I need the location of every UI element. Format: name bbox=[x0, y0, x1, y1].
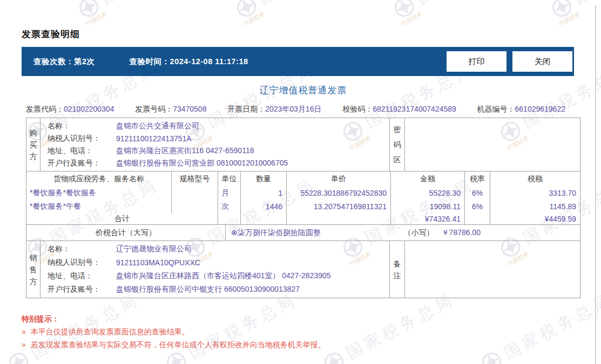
scrollbar[interactable] bbox=[595, 5, 596, 364]
item-row-name: *餐饮服务*餐饮服务 bbox=[26, 186, 172, 200]
items-total-amount: ¥74326.41 bbox=[391, 213, 465, 224]
watermark-text: 国家税务总局 bbox=[255, 0, 371, 10]
check-count-value: 第2次 bbox=[74, 57, 95, 66]
watermark-text: 国家税务总局 bbox=[342, 289, 458, 364]
watermark-text: 国家税务总局 bbox=[570, 0, 601, 10]
items-total-label: 合计 bbox=[26, 213, 218, 224]
buyer-side-label: 购买方 bbox=[29, 127, 37, 162]
item-row-spec bbox=[172, 186, 218, 200]
notice-text: 本平台仅提供所查询发票票面信息的查验结果。 bbox=[31, 327, 190, 337]
watermark-text: 国家税务总局 bbox=[27, 289, 143, 364]
item-row-qty: 1 bbox=[241, 186, 287, 200]
item-row-amount: 55228.30 bbox=[391, 186, 465, 200]
watermark-text: 国家税务总局 bbox=[500, 289, 601, 364]
page-title: 发票查验明细 bbox=[22, 28, 80, 40]
watermark-tile: 中国税务国家税务总局 bbox=[239, 0, 384, 18]
items-total-qty-empty bbox=[241, 213, 287, 224]
watermark-subtext: 中国税务 bbox=[399, 10, 423, 28]
item-row-unit: 次 bbox=[218, 200, 241, 213]
buyer-side-cell: 购买方 bbox=[26, 118, 40, 171]
buyer-section: 购买方 名称：盘锦市公共交通有限公司 纳税人识别号：91211100122413… bbox=[26, 118, 580, 171]
item-row-name: *餐饮服务*午餐 bbox=[26, 200, 172, 213]
col-header-qty: 数量 bbox=[241, 171, 287, 186]
buyer-bank-row: 开户行及账号：盘锦银行股份有限公司营业部 08100012010006705 bbox=[40, 157, 389, 169]
password-area-label: 密码区 bbox=[393, 122, 401, 167]
seller-fields: 名称：辽宁德晟物业有限公司 纳税人识别号：91211103MA10QPUXXC … bbox=[40, 241, 390, 298]
grand-total-content: ⊗柒万捌仟柒佰捌拾陆圆整 （小写） ￥78786.00 bbox=[226, 225, 580, 241]
item-row-unit: 月 bbox=[218, 186, 241, 200]
check-code: 校验码：68211923174007424589 bbox=[342, 105, 456, 114]
tax-emblem-icon: 中国税务 bbox=[478, 348, 505, 364]
items-total-unit-empty bbox=[218, 213, 241, 224]
col-header-amount: 金额 bbox=[391, 171, 465, 186]
invoice-number: 发票号码：73470508 bbox=[135, 105, 206, 114]
check-time: 查验时间：2024-12-08 11:17:18 bbox=[130, 57, 248, 67]
item-row-price: 55228.301886792452830 bbox=[287, 186, 391, 200]
grand-total-row: 价税合计（大写） ⊗柒万捌仟柒佰捌拾陆圆整 （小写） ￥78786.00 bbox=[26, 224, 580, 241]
watermark-tile: 中国税务国家税务总局 bbox=[81, 0, 227, 18]
verification-header-bar: 查验次数：第2次 查验时间：2024-12-08 11:17:18 打印 关闭 bbox=[22, 47, 574, 76]
special-notice-title: 特别提示： bbox=[22, 314, 59, 324]
watermark-tile: 中国税务国家税务总局 bbox=[484, 351, 601, 364]
bullet-icon: » bbox=[22, 340, 26, 350]
invoice-verification-page: 中国税务国家税务总局中国税务国家税务总局中国税务国家税务总局中国税务国家税务总局… bbox=[0, 0, 601, 364]
remark-label-cell: 备注 bbox=[390, 241, 405, 298]
items-total-rate-empty bbox=[465, 213, 490, 224]
watermark-tile: 中国税务国家税务总局 bbox=[168, 351, 314, 364]
remark-area-label: 备注 bbox=[393, 258, 401, 281]
tax-emblem-icon: 中国税务 bbox=[163, 348, 190, 364]
check-time-label: 查验时间： bbox=[130, 57, 170, 66]
password-area bbox=[405, 118, 581, 171]
watermark-text: 国家税务总局 bbox=[97, 0, 213, 10]
seller-bank-row: 开户行及账号：盘锦银行股份有限公司中银支行 660050130900013827 bbox=[40, 283, 389, 296]
seller-taxid-row: 纳税人识别号：91211103MA10QPUXXC bbox=[40, 256, 389, 270]
invoice-title: 辽宁增值税普通发票 bbox=[26, 84, 580, 97]
watermark-tile: 中国税务国家税务总局 bbox=[326, 351, 472, 364]
grand-total-small-group: （小写） ￥78786.00 bbox=[404, 228, 481, 238]
tax-emblem-icon: 中国税务 bbox=[5, 348, 32, 364]
buyer-name-row: 名称：盘锦市公共交通有限公司 bbox=[40, 120, 389, 132]
tax-emblem-icon: 中国税务 bbox=[75, 0, 103, 21]
tax-emblem-icon: 中国税务 bbox=[390, 0, 418, 21]
close-button[interactable]: 关闭 bbox=[512, 51, 572, 72]
seller-side-label: 销售方 bbox=[29, 252, 37, 287]
watermark-tile: 中国税务国家税务总局 bbox=[554, 0, 601, 18]
buyer-fields: 名称：盘锦市公共交通有限公司 纳税人识别号：91211100122413751A… bbox=[40, 118, 390, 171]
watermark-subtext: 中国税务 bbox=[556, 10, 581, 28]
item-row-spec bbox=[172, 200, 218, 213]
grand-total-small-label: （小写） bbox=[404, 228, 434, 238]
grand-total-label: 价税合计（大写） bbox=[26, 225, 226, 241]
grand-total-capital: ⊗柒万捌仟柒佰捌拾陆圆整 bbox=[231, 228, 321, 238]
invoice-code: 发票代码：021002200304 bbox=[26, 105, 114, 114]
machine-number: 机器编号：661029619622 bbox=[477, 105, 565, 114]
tax-emblem-icon: 中国税务 bbox=[233, 0, 260, 21]
bullet-icon: » bbox=[22, 327, 26, 337]
header-buttons: 打印 关闭 bbox=[447, 51, 572, 72]
col-header-name: 货物或应税劳务、服务名称 bbox=[26, 171, 172, 186]
item-row-rate: 6% bbox=[465, 186, 490, 200]
tax-emblem-icon: 中国税务 bbox=[320, 348, 348, 364]
items-table: 货物或应税劳务、服务名称 规格型号 单位 数量 单价 金额 税率 税额 *餐饮服… bbox=[26, 171, 580, 225]
buyer-taxid-row: 纳税人识别号：91211100122413751A bbox=[40, 132, 389, 145]
watermark-subtext: 中国税务 bbox=[241, 10, 266, 28]
col-header-unit: 单位 bbox=[218, 171, 241, 186]
col-header-spec: 规格型号 bbox=[172, 171, 218, 186]
invoice-date: 开票日期：2023年03月16日 bbox=[227, 105, 321, 114]
item-row-tax: 3313.70 bbox=[490, 186, 580, 200]
remark-area bbox=[405, 241, 581, 298]
seller-side-cell: 销售方 bbox=[26, 241, 40, 298]
items-total-price-empty bbox=[287, 213, 391, 224]
items-total-tax: ¥4459.59 bbox=[490, 213, 580, 224]
seller-section: 销售方 名称：辽宁德晟物业有限公司 纳税人识别号：91211103MA10QPU… bbox=[26, 241, 580, 298]
item-row-price: 13.207547169811321 bbox=[287, 200, 391, 213]
password-label-cell: 密码区 bbox=[390, 118, 405, 171]
notice-line: » 本平台仅提供所查询发票票面信息的查验结果。 bbox=[22, 327, 190, 337]
check-time-value: 2024-12-08 11:17:18 bbox=[170, 57, 248, 66]
col-header-tax: 税额 bbox=[490, 171, 580, 186]
notice-text: 若发现发票查验结果与实际交易不符，任何单位或个人有权拒收并向当地税务机关举报。 bbox=[31, 340, 326, 350]
print-button[interactable]: 打印 bbox=[447, 51, 507, 72]
item-row-qty: 1446 bbox=[241, 200, 287, 213]
item-row-tax: 1145.89 bbox=[490, 200, 580, 213]
col-header-rate: 税率 bbox=[465, 171, 490, 186]
notice-line: » 若发现发票查验结果与实际交易不符，任何单位或个人有权拒收并向当地税务机关举报… bbox=[22, 340, 326, 350]
